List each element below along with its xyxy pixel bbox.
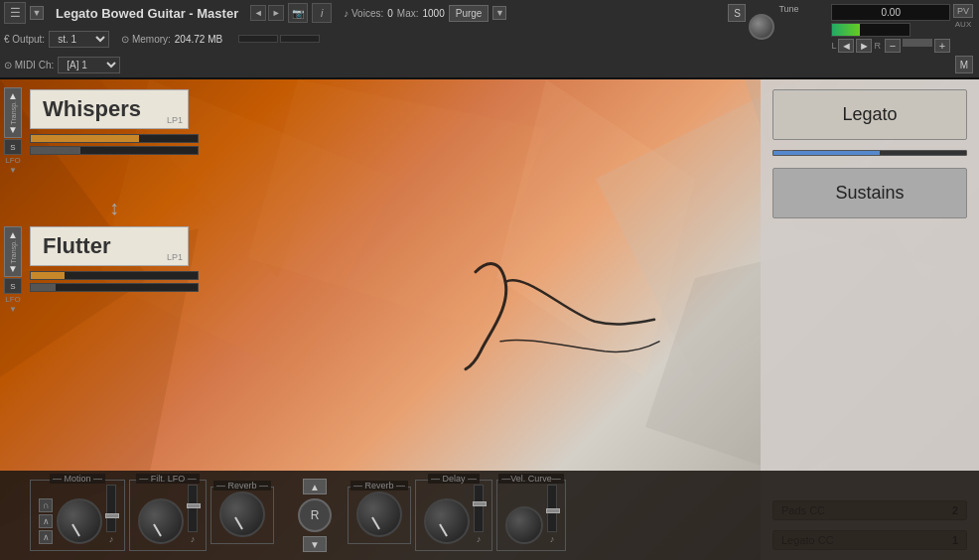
motion-inner: ∩ ∧ ∧ ♪	[39, 485, 116, 544]
legato-progress-fill	[773, 151, 880, 155]
transp-up-btn[interactable]: ▲ Transp. ▼	[4, 87, 22, 138]
motion-knob[interactable]	[57, 498, 102, 544]
flutter-badge: LP1	[167, 252, 183, 262]
s-layer-btn-bottom[interactable]: S	[4, 278, 22, 294]
whispers-name: Whispers	[43, 96, 141, 121]
flutter-name-box[interactable]: Flutter LP1	[30, 226, 189, 266]
vel-slider[interactable]	[547, 485, 557, 532]
swap-icon: ↕	[109, 197, 119, 218]
reverb-left-knob[interactable]	[219, 491, 265, 537]
delay-slider[interactable]	[474, 485, 484, 532]
vel-curve-inner: ♪	[505, 485, 557, 544]
header-left: ☰ ▼ Legato Bowed Guitar - Master ◄ ► 📷 i…	[0, 0, 761, 77]
instrument-title: Legato Bowed Guitar - Master	[48, 6, 246, 21]
transp-down-btn[interactable]: ▲ Transp. ▼	[4, 226, 22, 277]
whispers-slider2[interactable]	[30, 146, 199, 155]
output-select[interactable]: st. 1	[49, 31, 109, 48]
voices-value: 0	[387, 8, 393, 19]
reverb-knob[interactable]	[356, 491, 402, 537]
vel-curve-knob[interactable]	[505, 506, 543, 544]
filt-lfo-note-icon: ♪	[191, 534, 196, 544]
purge-button[interactable]: Purge	[449, 5, 490, 22]
vel-slider-col: ♪	[547, 485, 557, 544]
minus-btn[interactable]: −	[885, 39, 901, 53]
whispers-slider-row2	[30, 146, 308, 155]
header-line3: ⊙ MIDI Ch: [A] 1	[0, 52, 761, 77]
delay-label: — Delay —	[428, 474, 480, 484]
whispers-slider1[interactable]	[30, 134, 199, 143]
flutter-slider-row2	[30, 283, 308, 292]
vel-curve-section: —Vel. Curve— ♪	[496, 480, 566, 551]
vel-curve-label: —Vel. Curve—	[498, 474, 564, 484]
r-up-btn[interactable]: ►	[856, 39, 872, 53]
motion-icon-2[interactable]: ∧	[39, 514, 53, 528]
lfo-label-bottom: LFO	[5, 295, 21, 304]
l-down-btn[interactable]: ◄	[838, 39, 854, 53]
content-area: ▲ Transp. ▼ S LFO ▼ Whispers LP1	[0, 79, 979, 560]
motion-icon-3[interactable]: ∧	[39, 530, 53, 544]
lfo-tri-bottom[interactable]: ▼	[9, 305, 17, 314]
lfo-tri-top[interactable]: ▼	[9, 166, 17, 175]
r-button[interactable]: R	[298, 498, 332, 532]
lfo-label-top: LFO	[5, 156, 21, 165]
header-line1: ☰ ▼ Legato Bowed Guitar - Master ◄ ► 📷 i…	[0, 0, 761, 26]
midi-select[interactable]: [A] 1	[58, 57, 120, 73]
nav-next-button[interactable]: ►	[268, 5, 284, 21]
midi-field: ⊙ MIDI Ch: [A] 1	[4, 57, 120, 73]
flutter-slider2-fill	[31, 284, 56, 291]
max-label: Max:	[397, 8, 419, 19]
purge-dropdown[interactable]: ▼	[492, 6, 506, 20]
camera-button[interactable]: 📷	[288, 3, 308, 23]
whispers-name-box[interactable]: Whispers LP1	[30, 89, 189, 129]
filt-lfo-slider[interactable]	[188, 485, 198, 532]
output-label: € Output:	[4, 34, 45, 45]
legato-button[interactable]: Legato	[772, 89, 967, 140]
max-value: 1000	[422, 8, 444, 19]
flutter-slider2[interactable]	[30, 283, 199, 292]
transp-label-bottom: Transp.	[10, 240, 17, 263]
menu-icon[interactable]: ☰	[4, 2, 26, 24]
s-layer-label-top: S	[10, 143, 15, 152]
filt-lfo-knob[interactable]	[138, 498, 184, 544]
tune-knob[interactable]	[749, 14, 774, 40]
memory-value: 204.72 MB	[175, 34, 222, 45]
memory-label: ⊙ Memory:	[121, 34, 171, 45]
plus-btn[interactable]: +	[934, 39, 950, 53]
signature-area	[446, 252, 664, 375]
filt-lfo-label: — Filt. LFO —	[136, 474, 200, 484]
motion-slider[interactable]	[106, 485, 116, 532]
motion-icon-1[interactable]: ∩	[39, 498, 53, 512]
nav-prev-button[interactable]: ◄	[250, 5, 266, 21]
delay-note-icon: ♪	[477, 534, 482, 544]
s-layer-btn-top[interactable]: S	[4, 139, 22, 155]
bottom-bar: — Motion — ∩ ∧ ∧ ♪	[0, 471, 979, 560]
filt-lfo-section: — Filt. LFO — ♪	[129, 480, 207, 551]
tune-display: 0.00	[831, 4, 950, 21]
sustains-button[interactable]: Sustains	[772, 168, 967, 218]
voices-label: ♪ Voices:	[344, 8, 383, 19]
flutter-name: Flutter	[43, 233, 110, 258]
info-button[interactable]: i	[312, 3, 332, 23]
m-button[interactable]: M	[955, 56, 973, 73]
nav-up-arrow[interactable]: ▲	[303, 479, 327, 494]
filt-lfo-inner: ♪	[138, 485, 198, 544]
delay-section: — Delay — ♪	[415, 480, 492, 551]
output-field: € Output: st. 1	[4, 31, 109, 48]
preset-dropdown-arrow[interactable]: ▼	[30, 6, 44, 20]
s-layer-label-bottom: S	[10, 282, 15, 291]
r-label: R	[874, 41, 881, 51]
flutter-slider1[interactable]	[30, 271, 199, 280]
nav-down-arrow[interactable]: ▼	[303, 536, 327, 552]
header-right: S Tune 0.00 L ◄ ► R	[761, 0, 979, 77]
swap-button[interactable]: ↕	[109, 197, 119, 219]
header-line2: € Output: st. 1 ⊙ Memory: 204.72 MB	[0, 26, 761, 52]
delay-knob[interactable]	[424, 498, 470, 544]
delay-slider-col: ♪	[474, 485, 484, 544]
whispers-slider-row1	[30, 134, 308, 143]
whispers-badge: LP1	[167, 115, 183, 125]
memory-field: ⊙ Memory: 204.72 MB	[121, 34, 222, 45]
flutter-slider1-fill	[31, 272, 65, 279]
level-meter-top	[831, 23, 910, 37]
motion-section: — Motion — ∩ ∧ ∧ ♪	[30, 480, 125, 551]
s-button[interactable]: S	[728, 4, 746, 22]
